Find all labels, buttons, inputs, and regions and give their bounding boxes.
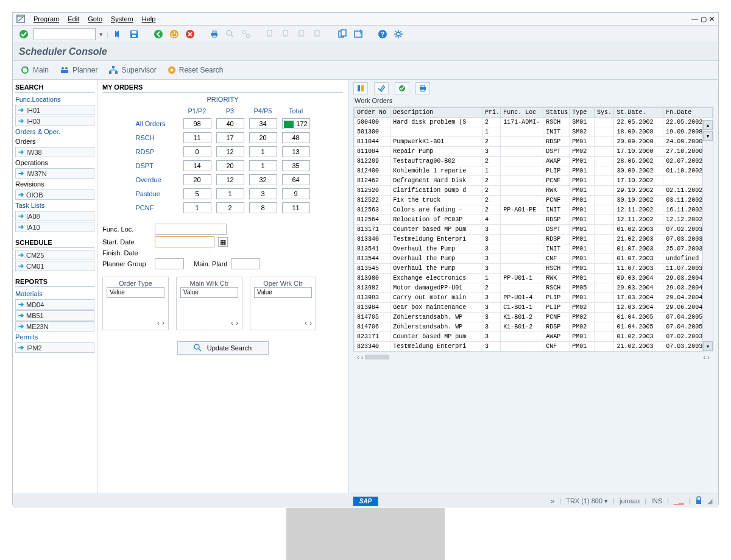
table-row[interactable]: 500400Hard disk problem (S21171-ADMI-RSC… <box>355 118 713 127</box>
main-button[interactable]: Main <box>20 65 49 75</box>
status-lock-icon[interactable] <box>695 496 702 506</box>
wo-col-header[interactable]: Func. Loc <box>501 108 543 118</box>
list-prev[interactable]: ‹ <box>305 319 307 327</box>
back-first-button[interactable] <box>112 28 124 40</box>
nav-ih03[interactable]: ➔IH03 <box>15 116 94 126</box>
hscroll-left2[interactable]: ‹ <box>704 353 706 361</box>
hscroll-right[interactable]: › <box>361 353 364 361</box>
table-row[interactable]: 813541Overhaul the Pump3INITPM0101.07.20… <box>355 244 713 254</box>
priority-cell[interactable]: 1 <box>249 146 277 157</box>
last-page-button[interactable] <box>312 28 324 40</box>
exit-button[interactable] <box>168 28 180 40</box>
print-button[interactable] <box>208 28 221 40</box>
oper-wc-value[interactable]: Value <box>254 287 312 298</box>
priority-cell[interactable]: 32 <box>249 174 277 185</box>
priority-row-label[interactable]: Overdue <box>135 174 179 186</box>
table-row[interactable]: 813340Testmeldung Enterpri3RDSPPM0121.02… <box>355 235 713 244</box>
priority-row-label[interactable]: PCNF <box>135 202 179 214</box>
maximize-button[interactable]: ▢ <box>701 15 707 23</box>
wo-col-header[interactable]: Order No <box>355 108 390 118</box>
priority-cell[interactable]: 12 <box>216 174 244 185</box>
nav-cm01[interactable]: ➔CM01 <box>15 261 94 271</box>
wo-col-header[interactable]: St.Date. <box>614 108 663 118</box>
settings-button[interactable] <box>392 28 404 40</box>
command-field[interactable] <box>34 28 96 40</box>
table-row[interactable]: 814705Zöhlerstandsabh. WP3K1-B01-2PCNFPM… <box>355 313 713 322</box>
vertical-scrollbar[interactable]: ▴ ▾ ▾ <box>702 119 713 352</box>
find-button[interactable] <box>224 28 236 40</box>
table-row[interactable]: 813984Gear box maintenance3C1-B01-1PLIPP… <box>355 303 713 313</box>
shortcut-button[interactable] <box>352 28 364 40</box>
table-row[interactable]: 814706Zöhlerstandsabh. WP3K1-B01-2RDSPPM… <box>355 322 713 332</box>
next-page-button[interactable] <box>296 28 308 40</box>
wo-tool-3[interactable] <box>395 82 409 94</box>
date-picker-icon[interactable]: ▦ <box>218 237 228 247</box>
help-button[interactable]: ? <box>376 28 389 40</box>
table-row[interactable]: 811084Repair Pump3DSPTPM0217.10.200027.1… <box>355 147 713 157</box>
save-button[interactable] <box>128 28 140 40</box>
wo-print-button[interactable] <box>415 82 430 94</box>
priority-row-label[interactable]: DSPT <box>135 160 179 172</box>
materials-link[interactable]: Materials <box>15 289 94 299</box>
table-row[interactable]: 811044PumpwerkK1-B012RDSPPM0120.09.20002… <box>355 137 713 147</box>
priority-cell[interactable]: 1 <box>216 188 244 199</box>
priority-row-label[interactable]: All Orders <box>135 118 179 130</box>
table-row[interactable]: 813983Carry out motor main3PP-U01-4PLIPP… <box>355 293 713 303</box>
menu-system[interactable]: System <box>107 15 137 23</box>
prev-page-button[interactable] <box>280 28 292 40</box>
nav-iw37n[interactable]: ➔IW37N <box>15 168 94 179</box>
table-row[interactable]: 812520Clarification pump d2RWKPM0129.10.… <box>355 186 713 196</box>
priority-cell[interactable]: 35 <box>282 160 310 171</box>
hscroll-right2[interactable]: › <box>707 353 710 361</box>
nav-me23n[interactable]: ➔ME23N <box>15 321 94 331</box>
nav-md04[interactable]: ➔MD04 <box>15 299 94 310</box>
back-button[interactable] <box>152 28 164 40</box>
plgroup-input[interactable] <box>155 258 184 269</box>
orders-oper-link[interactable]: Orders & Oper. <box>15 127 94 136</box>
update-search-button[interactable]: Update Search <box>177 341 269 355</box>
nav-cm25[interactable]: ➔CM25 <box>15 250 94 260</box>
new-session-button[interactable] <box>336 28 348 40</box>
command-dropdown-icon[interactable]: ▾ <box>99 30 103 38</box>
nav-ipm2[interactable]: ➔IPM2 <box>15 342 94 353</box>
priority-row-label[interactable]: RDSP <box>135 146 179 158</box>
find-next-button[interactable] <box>240 28 252 40</box>
menu-goto[interactable]: Goto <box>84 15 106 23</box>
nav-oiob[interactable]: ➔OIOB <box>15 190 94 200</box>
permits-link[interactable]: Permits <box>15 332 94 342</box>
table-row[interactable]: 812462Defragment Hard Disk2PCNFPM0117.10… <box>355 176 713 186</box>
priority-cell[interactable]: 98 <box>183 118 211 129</box>
funclocations-link[interactable]: Func.Locations <box>15 94 94 104</box>
first-page-button[interactable] <box>264 28 277 40</box>
cancel-button[interactable] <box>184 28 196 40</box>
priority-cell[interactable]: 64 <box>282 174 310 185</box>
wo-col-header[interactable]: Status <box>543 108 570 118</box>
priority-cell[interactable]: 20 <box>216 160 244 171</box>
priority-cell[interactable]: 20 <box>183 174 211 185</box>
wo-col-header[interactable]: Sys. <box>595 108 614 118</box>
wo-col-header[interactable]: Description <box>390 108 482 118</box>
scroll-up-button[interactable]: ▴ <box>703 120 713 130</box>
priority-cell[interactable]: 8 <box>249 202 277 213</box>
list-next[interactable]: › <box>162 319 164 327</box>
hscroll-left[interactable]: ‹ <box>357 353 359 361</box>
menu-help[interactable]: Help <box>138 15 160 23</box>
list-next[interactable]: › <box>309 319 312 327</box>
wo-tool-1[interactable] <box>353 82 368 94</box>
priority-cell[interactable]: 17 <box>216 132 244 143</box>
menu-edit[interactable]: Edit <box>64 15 83 23</box>
table-row[interactable]: 813171Counter based MP pum3DSPTPM0101.02… <box>355 225 713 235</box>
table-row[interactable]: 812563Colors are fading - 2PP-A01-PEINIT… <box>355 205 713 215</box>
priority-cell[interactable]: 40 <box>216 118 244 129</box>
menu-program[interactable]: Program <box>30 15 63 23</box>
scroll-bottom-button[interactable]: ▾ <box>703 341 713 351</box>
status-resize-grip[interactable]: ◢ <box>707 497 712 505</box>
nav-mb51[interactable]: ➔MB51 <box>15 310 94 321</box>
table-row[interactable]: 813982Motor damagedPP-U012RSCHPM0529.03.… <box>355 283 713 293</box>
priority-cell[interactable]: 0 <box>183 146 211 157</box>
table-row[interactable]: 812564Relocation of PC03P4RDSPPM0112.11.… <box>355 215 713 225</box>
priority-cell[interactable]: 11 <box>282 202 310 213</box>
table-row[interactable]: 813544Overhaul the Pump3CNFPM0101.07.200… <box>355 254 713 264</box>
table-row[interactable]: 823171Counter based MP pum3AWAPPM0101.02… <box>355 332 713 342</box>
priority-cell[interactable]: 14 <box>183 160 211 171</box>
